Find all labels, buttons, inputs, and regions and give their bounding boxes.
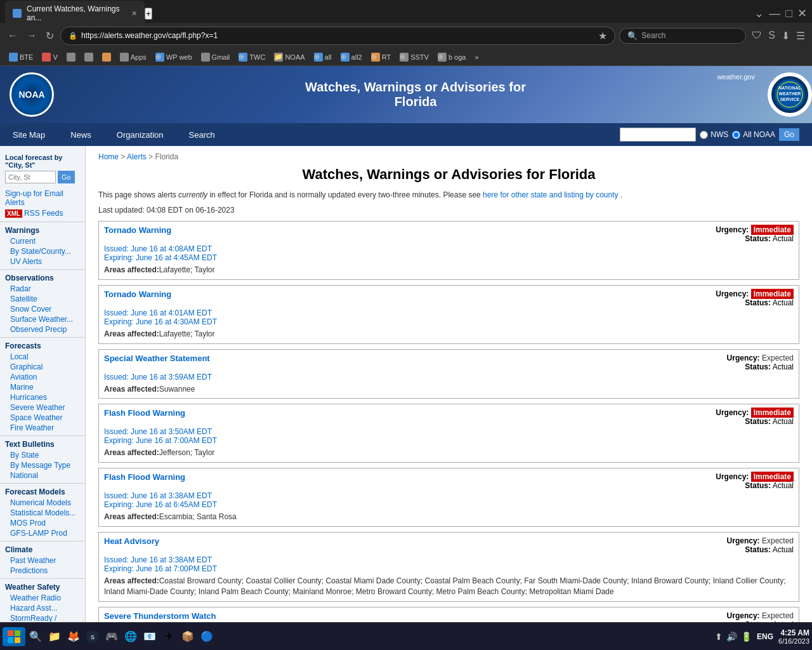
bookmark-orange[interactable] bbox=[98, 51, 115, 63]
alert-title-4[interactable]: Flash Flood Warning bbox=[104, 472, 185, 482]
sidebar-surface-weather[interactable]: Surface Weather... bbox=[0, 314, 85, 324]
refresh-button[interactable]: ↻ bbox=[43, 27, 56, 44]
back-button[interactable]: ← bbox=[5, 27, 20, 44]
downloads-button[interactable]: ⬇ bbox=[780, 28, 792, 44]
alert-title-0[interactable]: Tornado Warning bbox=[104, 225, 171, 235]
sidebar-mos-prod[interactable]: MOS Prod bbox=[0, 518, 85, 528]
battery-icon[interactable]: 🔋 bbox=[741, 632, 752, 642]
all-noaa-radio[interactable] bbox=[732, 131, 740, 139]
taskbar-telegram-button[interactable]: ✈ bbox=[160, 628, 178, 646]
sidebar-numerical-models[interactable]: Numerical Models bbox=[0, 498, 85, 508]
sidebar-local[interactable]: Local bbox=[0, 352, 85, 362]
taskbar-app8-button[interactable]: 📦 bbox=[179, 628, 197, 646]
close-window-button[interactable]: ✕ bbox=[797, 6, 807, 20]
address-bar[interactable]: 🔒 https://alerts.weather.gov/cap/fl.php?… bbox=[60, 27, 615, 45]
sidebar-fire-weather[interactable]: Fire Weather bbox=[0, 423, 85, 433]
sidebar-sign-up[interactable]: Sign-up for Email Alerts bbox=[0, 189, 85, 208]
bookmark-gray2[interactable] bbox=[81, 51, 97, 63]
extensions-button[interactable]: 🛡 bbox=[750, 28, 764, 43]
audio-icon[interactable]: 🔊 bbox=[726, 632, 737, 642]
sidebar-forecasts-section[interactable]: Forecasts bbox=[0, 340, 85, 352]
sidebar-snow-cover[interactable]: Snow Cover bbox=[0, 304, 85, 314]
sidebar-graphical[interactable]: Graphical bbox=[0, 362, 85, 372]
bookmark-noaa[interactable]: 📁NOAA bbox=[270, 51, 308, 63]
bookmark-gmail[interactable]: Gmail bbox=[197, 51, 234, 63]
nws-radio[interactable] bbox=[700, 131, 708, 139]
clock[interactable]: 4:25 AM 6/16/2023 bbox=[778, 628, 809, 645]
sidebar-forecast-models-section[interactable]: Forecast Models bbox=[0, 486, 85, 498]
bookmark-more[interactable]: » bbox=[471, 52, 482, 62]
city-st-input[interactable] bbox=[5, 171, 56, 183]
sidebar-weather-radio[interactable]: Weather Radio bbox=[0, 593, 85, 603]
minimize-button[interactable]: — bbox=[769, 7, 780, 20]
sidebar-hazard-asst[interactable]: Hazard Asst... bbox=[0, 603, 85, 613]
bookmark-apps[interactable]: Apps bbox=[116, 51, 150, 63]
nav-go-button[interactable]: Go bbox=[779, 128, 799, 141]
taskbar-app5-button[interactable]: 🌐 bbox=[122, 628, 140, 646]
alert-title-2[interactable]: Special Weather Statement bbox=[104, 354, 210, 363]
breadcrumb-home[interactable]: Home bbox=[98, 152, 119, 161]
sidebar-marine[interactable]: Marine bbox=[0, 382, 85, 392]
bookmark-red1[interactable]: V bbox=[38, 51, 61, 63]
new-tab-button[interactable]: + bbox=[145, 8, 152, 20]
sidebar-current[interactable]: Current bbox=[0, 236, 85, 246]
sidebar-weather-safety-section[interactable]: Weather Safety bbox=[0, 581, 85, 593]
taskbar-explorer-button[interactable]: 📁 bbox=[46, 628, 63, 646]
active-tab[interactable]: Current Watches, Warnings an... ✕ bbox=[5, 1, 145, 26]
bookmark-sstv[interactable]: ⊕SSTV bbox=[396, 51, 433, 63]
sidebar-by-state[interactable]: By State bbox=[0, 450, 85, 460]
bookmark-boga[interactable]: ⊕b oga bbox=[434, 51, 470, 63]
taskbar-gamepad-button[interactable]: 🎮 bbox=[103, 628, 121, 646]
sidebar-by-state-county[interactable]: By State/County... bbox=[0, 246, 85, 256]
sidebar-uv-alerts[interactable]: UV Alerts bbox=[0, 256, 85, 267]
nav-organization[interactable]: Organization bbox=[117, 130, 164, 140]
taskbar-firefox-button[interactable]: 🦊 bbox=[65, 628, 82, 646]
sidebar-observed-precip[interactable]: Observed Precip bbox=[0, 324, 85, 335]
taskbar-search-button[interactable]: 🔍 bbox=[27, 628, 44, 646]
alert-title-6[interactable]: Severe Thunderstorm Watch bbox=[104, 611, 216, 621]
start-button[interactable] bbox=[3, 627, 25, 646]
alert-title-1[interactable]: Tornado Warning bbox=[104, 289, 171, 299]
nav-search-input[interactable] bbox=[620, 128, 696, 142]
forward-button[interactable]: → bbox=[24, 27, 39, 44]
sidebar-rss-feeds[interactable]: RSS Feeds bbox=[24, 209, 63, 218]
sidebar-space-weather[interactable]: Space Weather bbox=[0, 413, 85, 423]
city-go-button[interactable]: Go bbox=[58, 171, 75, 183]
nav-site-map[interactable]: Site Map bbox=[13, 130, 45, 140]
sidebar-gfs-lamp-prod[interactable]: GFS-LAMP Prod bbox=[0, 528, 85, 538]
bookmark-star-icon[interactable]: ★ bbox=[598, 30, 607, 42]
sidebar-satellite[interactable]: Satellite bbox=[0, 294, 85, 304]
bookmark-wp[interactable]: ⊕WP web bbox=[152, 51, 196, 63]
tab-close-button[interactable]: ✕ bbox=[131, 10, 137, 18]
bookmark-rt[interactable]: ⊕RT bbox=[367, 51, 395, 63]
bookmark-gray1[interactable] bbox=[63, 51, 79, 63]
tab-list-button[interactable]: ⌄ bbox=[754, 6, 764, 20]
alert-title-5[interactable]: Heat Advisory bbox=[104, 536, 159, 546]
sidebar-radar[interactable]: Radar bbox=[0, 284, 85, 294]
bookmark-all[interactable]: ⊕all bbox=[310, 51, 336, 63]
breadcrumb-alerts[interactable]: Alerts bbox=[127, 152, 147, 161]
sidebar-predictions[interactable]: Predictions bbox=[0, 566, 85, 576]
sidebar-text-bulletins-section[interactable]: Text Bulletins bbox=[0, 439, 85, 450]
taskbar-app9-button[interactable]: 🔵 bbox=[198, 628, 216, 646]
sidebar-aviation[interactable]: Aviation bbox=[0, 372, 85, 382]
bookmark-bte[interactable]: BTE bbox=[5, 51, 37, 63]
language-indicator[interactable]: ENG bbox=[757, 632, 773, 641]
network-icon[interactable]: ⬆ bbox=[715, 632, 723, 642]
menu-button[interactable]: ☰ bbox=[794, 28, 807, 44]
sidebar-severe-weather[interactable]: Severe Weather bbox=[0, 402, 85, 413]
alert-title-3[interactable]: Flash Flood Warning bbox=[104, 408, 185, 418]
sidebar-hurricanes[interactable]: Hurricanes bbox=[0, 392, 85, 402]
page-desc-link[interactable]: here for other state and listing by coun… bbox=[483, 190, 618, 199]
search-bar[interactable]: 🔍 Search bbox=[619, 28, 746, 44]
maximize-button[interactable]: □ bbox=[785, 7, 792, 20]
profile-button[interactable]: S bbox=[766, 28, 777, 43]
bookmark-twc[interactable]: ⊕TWC bbox=[235, 51, 269, 63]
taskbar-steam-button[interactable]: S bbox=[84, 628, 102, 646]
sidebar-climate-section[interactable]: Climate bbox=[0, 544, 85, 555]
sidebar-past-weather[interactable]: Past Weather bbox=[0, 555, 85, 566]
sidebar-statistical-models[interactable]: Statistical Models... bbox=[0, 508, 85, 518]
nav-news[interactable]: News bbox=[70, 130, 91, 140]
taskbar-app6-button[interactable]: 📧 bbox=[141, 628, 159, 646]
sidebar-observations-section[interactable]: Observations bbox=[0, 272, 85, 284]
